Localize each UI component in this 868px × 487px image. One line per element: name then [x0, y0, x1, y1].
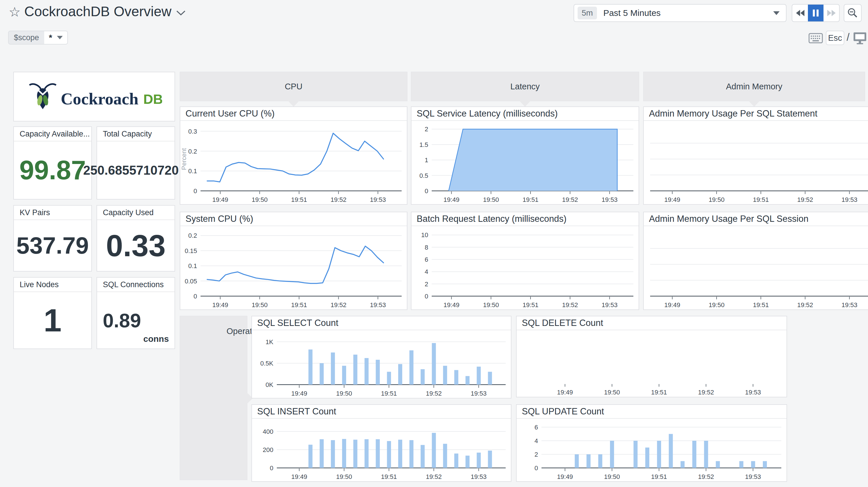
chart-sql-service-latency[interactable]: SQL Service Latency (milliseconds) 00.51… — [411, 107, 639, 205]
keyboard-icon — [808, 32, 823, 45]
scope-template-selector[interactable]: $scope * — [8, 31, 68, 45]
stat-capacity-available[interactable]: Capacity Available... 99.87 — [13, 126, 92, 200]
svg-text:19:51: 19:51 — [753, 196, 769, 203]
playback-controls — [792, 4, 840, 22]
svg-text:19:52: 19:52 — [426, 390, 442, 397]
svg-text:19:50: 19:50 — [604, 473, 620, 480]
stat-value: 250.6855710720 — [83, 163, 179, 177]
time-range-label: Past 5 Minutes — [603, 8, 773, 18]
svg-text:0.5K: 0.5K — [260, 360, 274, 367]
title-chevron-down-icon[interactable] — [176, 9, 186, 17]
section-header-admin-memory[interactable]: Admin Memory — [643, 72, 865, 101]
svg-text:Percent: Percent — [180, 148, 188, 170]
svg-text:19:53: 19:53 — [745, 473, 761, 480]
favorite-star-icon[interactable]: ☆ — [9, 5, 21, 19]
svg-text:19:51: 19:51 — [291, 301, 307, 309]
esc-button[interactable]: Esc — [826, 31, 844, 45]
rewind-button[interactable] — [792, 5, 808, 21]
sql-service-latency-plot[interactable]: 00.511.5219:4919:5019:5119:5219:53 — [411, 121, 639, 204]
sql-insert-count-plot[interactable]: 020040019:4919:5019:5119:5219:53 — [252, 419, 511, 481]
svg-text:19:50: 19:50 — [336, 473, 352, 480]
time-range-caret-icon — [773, 11, 780, 15]
svg-text:1: 1 — [425, 156, 428, 164]
section-header-cpu[interactable]: CPU — [180, 72, 407, 101]
rewind-icon — [795, 9, 805, 17]
svg-text:19:52: 19:52 — [331, 196, 346, 203]
stat-total-capacity[interactable]: Total Capacity 250.6855710720 GB — [96, 126, 175, 200]
chart-admin-memory-per-session[interactable]: Admin Memory Usage Per SQL Session 19:49… — [643, 212, 868, 310]
zoom-out-icon — [847, 7, 859, 19]
batch-request-latency-plot[interactable]: 024681019:4919:5019:5119:5219:53 — [411, 226, 639, 310]
brand-name: Cockroach — [61, 89, 138, 108]
stat-live-nodes[interactable]: Live Nodes 1 — [13, 277, 92, 349]
svg-text:19:51: 19:51 — [522, 196, 538, 203]
chart-sql-delete-count[interactable]: SQL DELETE Count 19:4919:5019:5119:5219:… — [516, 316, 787, 397]
stat-value: 0.33 — [97, 220, 175, 271]
stat-unit: conns — [143, 334, 169, 344]
slash-separator: / — [847, 31, 849, 44]
pause-button[interactable] — [808, 5, 824, 21]
pause-icon — [812, 9, 819, 17]
svg-text:0: 0 — [425, 188, 428, 195]
svg-text:19:52: 19:52 — [797, 301, 813, 309]
svg-text:0.1: 0.1 — [188, 167, 197, 175]
current-user-cpu-plot[interactable]: 00.10.20.319:4919:5019:5119:5219:53Perce… — [180, 121, 407, 204]
forward-button[interactable] — [824, 5, 839, 21]
section-header-latency[interactable]: Latency — [411, 72, 639, 101]
admin-memory-statement-plot[interactable]: 19:4919:5019:5119:5219:53 — [644, 121, 868, 204]
svg-text:19:52: 19:52 — [698, 473, 714, 480]
esc-label: Esc — [828, 33, 842, 43]
svg-text:19:52: 19:52 — [331, 301, 346, 309]
cockroachdb-logo: Cockroach DB — [26, 81, 162, 113]
svg-text:19:50: 19:50 — [252, 196, 268, 203]
admin-memory-session-plot[interactable]: 19:4919:5019:5119:5219:53 — [644, 226, 868, 310]
stat-value: 1 — [14, 292, 91, 348]
sql-select-count-plot[interactable]: 0K0.5K1K19:4919:5019:5119:5219:53 — [252, 330, 511, 398]
chart-current-user-cpu[interactable]: Current User CPU (%) 00.10.20.319:4919:5… — [180, 107, 407, 205]
chart-system-cpu[interactable]: System CPU (%) 00.050.10.150.219:4919:50… — [180, 212, 407, 310]
svg-text:0: 0 — [194, 188, 197, 195]
stat-capacity-used[interactable]: Capacity Used 0.33 — [96, 205, 175, 271]
fullscreen-monitor-icon[interactable] — [853, 32, 867, 46]
svg-text:19:52: 19:52 — [426, 473, 442, 480]
svg-text:19:49: 19:49 — [664, 301, 680, 309]
svg-text:19:49: 19:49 — [557, 473, 573, 480]
svg-text:0K: 0K — [266, 381, 273, 389]
stat-sql-connections[interactable]: SQL Connections 0.89 conns — [96, 277, 175, 349]
svg-text:6: 6 — [425, 256, 428, 263]
latency-notch — [519, 101, 531, 107]
stat-kv-pairs[interactable]: KV Pairs 537.79 — [13, 205, 92, 271]
sql-delete-count-plot[interactable]: 19:4919:5019:5119:5219:53 — [517, 330, 786, 397]
svg-text:19:51: 19:51 — [753, 301, 769, 309]
scope-caret-icon — [57, 36, 63, 39]
section-header-operations[interactable]: Operations — [180, 316, 247, 480]
svg-text:19:50: 19:50 — [709, 196, 724, 203]
chart-sql-insert-count[interactable]: SQL INSERT Count 020040019:4919:5019:511… — [251, 404, 512, 482]
chart-batch-request-latency[interactable]: Batch Request Latency (milliseconds) 024… — [411, 212, 639, 310]
svg-text:0: 0 — [534, 464, 538, 472]
svg-text:19:53: 19:53 — [370, 196, 386, 203]
svg-text:19:53: 19:53 — [745, 389, 761, 396]
time-range-selector[interactable]: 5m Past 5 Minutes — [574, 4, 786, 22]
chart-sql-update-count[interactable]: SQL UPDATE Count 024619:4919:5019:5119:5… — [516, 404, 787, 482]
svg-text:19:49: 19:49 — [291, 473, 307, 480]
svg-text:10: 10 — [421, 231, 428, 238]
zoom-out-button[interactable] — [844, 4, 862, 22]
sql-update-count-plot[interactable]: 024619:4919:5019:5119:5219:53 — [517, 419, 786, 481]
svg-text:1K: 1K — [266, 338, 273, 346]
svg-text:2: 2 — [534, 451, 538, 458]
chart-sql-select-count[interactable]: SQL SELECT Count 0K0.5K1K19:4919:5019:51… — [251, 316, 512, 399]
svg-text:4: 4 — [425, 268, 428, 275]
stat-value: 537.79 — [14, 220, 91, 271]
svg-text:19:53: 19:53 — [471, 473, 487, 480]
stat-value: 99.87 — [14, 141, 91, 199]
svg-text:19:49: 19:49 — [557, 389, 573, 396]
svg-text:19:51: 19:51 — [291, 196, 307, 203]
brand-suffix: DB — [143, 91, 162, 107]
chart-admin-memory-per-statement[interactable]: Admin Memory Usage Per SQL Statement 19:… — [643, 107, 868, 205]
svg-text:19:51: 19:51 — [381, 473, 397, 480]
svg-text:19:50: 19:50 — [604, 389, 620, 396]
system-cpu-plot[interactable]: 00.050.10.150.219:4919:5019:5119:5219:53 — [180, 226, 407, 310]
svg-text:19:51: 19:51 — [651, 389, 667, 396]
svg-text:2: 2 — [425, 281, 428, 288]
